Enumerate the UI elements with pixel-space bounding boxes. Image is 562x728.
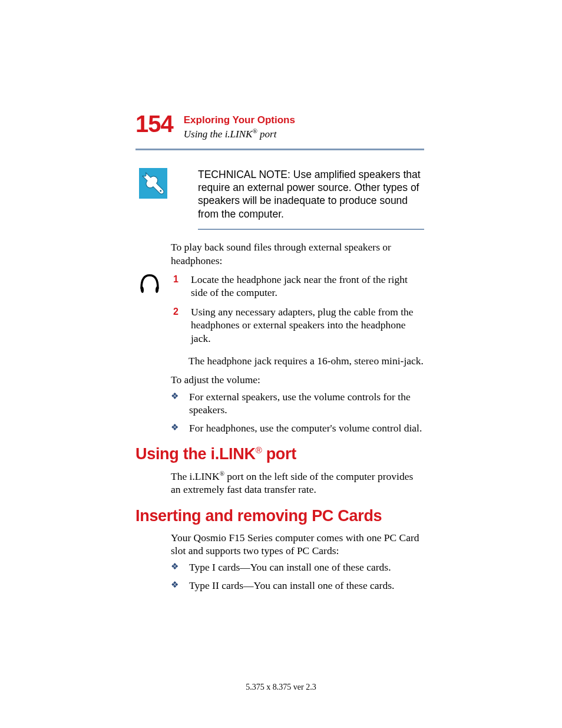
diamond-bullet-icon: ❖ [171,421,178,434]
intro-paragraph-2: To adjust the volume: [171,373,424,386]
body: To play back sound files through externa… [135,241,424,592]
para-a-prefix: The i.LINK [171,470,220,482]
step-1: 1 Locate the headphone jack near the fro… [173,273,424,299]
header-titles: Exploring Your Options Using the i.LINK®… [184,112,295,140]
headphones-icon [135,271,173,295]
step-text: Locate the headphone jack near the front… [191,273,424,299]
diamond-bullet-icon: ❖ [171,390,178,417]
section-suffix: port [257,129,277,140]
bullet-text: For headphones, use the computer's volum… [189,421,424,434]
page-header: 154 Exploring Your Options Using the i.L… [135,112,424,140]
steps-with-icon: 1 Locate the headphone jack near the fro… [135,271,424,351]
after-steps-paragraph: The headphone jack requires a 16-ohm, st… [189,354,424,367]
step-number: 2 [173,305,180,345]
bullet-text: Type I cards—You can install one of thes… [189,561,424,574]
section-title: Using the i.LINK® port [184,127,295,140]
registered-mark: ® [220,470,224,477]
page-footer: 5.375 x 8.375 ver 2.3 [0,683,562,692]
registered-mark: ® [252,127,257,134]
list-item: ❖ Type II cards—You can install one of t… [171,579,424,592]
page-number: 154 [135,112,173,136]
ordered-list: 1 Locate the headphone jack near the fro… [173,273,424,345]
bullet-text: Type II cards—You can install one of the… [189,579,424,592]
h2a-suffix: port [262,445,296,463]
step-text: Using any necessary adapters, plug the c… [191,305,424,345]
diamond-bullet-icon: ❖ [171,579,178,592]
list-item: ❖ For headphones, use the computer's vol… [171,421,424,434]
wrench-icon [135,168,171,199]
intro-paragraph-1: To play back sound files through externa… [171,241,424,267]
registered-mark: ® [256,445,262,455]
chapter-title: Exploring Your Options [184,114,295,126]
technical-note: TECHNICAL NOTE: Use amplified speakers t… [135,168,424,221]
header-rule [135,149,424,150]
section-prefix: Using the i.LINK [184,129,253,140]
bullet-list-2: ❖ Type I cards—You can install one of th… [171,561,424,592]
h2a-prefix: Using the i.LINK [135,445,256,463]
step-2: 2 Using any necessary adapters, plug the… [173,305,424,345]
ilink-paragraph: The i.LINK® port on the left side of the… [171,469,424,496]
heading-ilink: Using the i.LINK® port [135,445,424,463]
technote-label: TECHNICAL NOTE: [198,169,290,180]
list-item: ❖ Type I cards—You can install one of th… [171,561,424,574]
bullet-text: For external speakers, use the volume co… [189,390,424,417]
note-rule [198,229,424,230]
heading-pc-cards: Inserting and removing PC Cards [135,507,424,525]
bullet-list-1: ❖ For external speakers, use the volume … [171,390,424,434]
step-number: 1 [173,273,180,299]
pc-cards-paragraph: Your Qosmio F15 Series computer comes wi… [171,531,424,558]
diamond-bullet-icon: ❖ [171,561,178,574]
page-content: 154 Exploring Your Options Using the i.L… [135,112,424,597]
list-item: ❖ For external speakers, use the volume … [171,390,424,417]
technical-note-text: TECHNICAL NOTE: Use amplified speakers t… [198,168,424,221]
